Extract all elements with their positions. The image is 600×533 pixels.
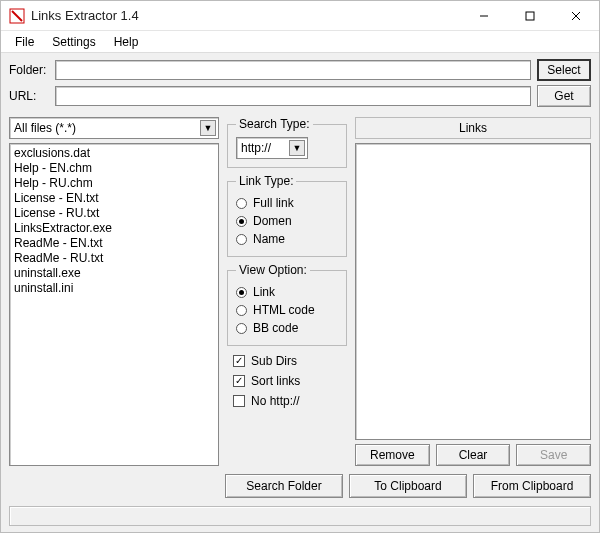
- file-list[interactable]: exclusions.datHelp - EN.chmHelp - RU.chm…: [9, 143, 219, 466]
- menu-file[interactable]: File: [7, 33, 42, 51]
- links-list[interactable]: [355, 143, 591, 440]
- app-window: Links Extractor 1.4 File Settings Help F…: [0, 0, 600, 533]
- file-filter-value: All files (*.*): [14, 121, 76, 135]
- radio-label: Full link: [253, 196, 294, 210]
- list-item[interactable]: uninstall.exe: [14, 266, 214, 281]
- titlebar: Links Extractor 1.4: [1, 1, 599, 31]
- file-filter-select[interactable]: All files (*.*) ▼: [9, 117, 219, 139]
- get-url-button[interactable]: Get: [537, 85, 591, 107]
- radio-label: Name: [253, 232, 285, 246]
- radio-label: Domen: [253, 214, 292, 228]
- checkbox-sort-links[interactable]: ✓Sort links: [233, 372, 347, 390]
- search-type-group: Search Type: http:// ▼: [227, 117, 347, 168]
- checkbox-sub-dirs[interactable]: ✓Sub Dirs: [233, 352, 347, 370]
- search-type-select[interactable]: http:// ▼: [236, 137, 308, 159]
- search-folder-button[interactable]: Search Folder: [225, 474, 343, 498]
- checkbox-no-http[interactable]: No http://: [233, 392, 347, 410]
- list-item[interactable]: License - EN.txt: [14, 191, 214, 206]
- link-type-legend: Link Type:: [236, 174, 296, 188]
- checkbox-label: Sub Dirs: [251, 354, 297, 368]
- radio-icon: [236, 287, 247, 298]
- list-item[interactable]: Help - RU.chm: [14, 176, 214, 191]
- view-option-group: View Option: LinkHTML codeBB code: [227, 263, 347, 346]
- url-label: URL:: [9, 89, 49, 103]
- list-item[interactable]: exclusions.dat: [14, 146, 214, 161]
- checkbox-icon: ✓: [233, 375, 245, 387]
- radio-option[interactable]: BB code: [236, 319, 338, 337]
- radio-option[interactable]: Full link: [236, 194, 338, 212]
- list-item[interactable]: ReadMe - EN.txt: [14, 236, 214, 251]
- from-clipboard-button[interactable]: From Clipboard: [473, 474, 591, 498]
- radio-option[interactable]: HTML code: [236, 301, 338, 319]
- checkbox-group: ✓Sub Dirs✓Sort linksNo http://: [227, 352, 347, 410]
- save-button[interactable]: Save: [516, 444, 591, 466]
- search-type-legend: Search Type:: [236, 117, 313, 131]
- search-type-value: http://: [241, 141, 271, 155]
- menubar: File Settings Help: [1, 31, 599, 53]
- minimize-button[interactable]: [461, 1, 507, 30]
- menu-help[interactable]: Help: [106, 33, 147, 51]
- list-item[interactable]: License - RU.txt: [14, 206, 214, 221]
- links-header: Links: [355, 117, 591, 139]
- radio-icon: [236, 198, 247, 209]
- status-bar: [9, 506, 591, 526]
- link-type-group: Link Type: Full linkDomenName: [227, 174, 347, 257]
- radio-icon: [236, 305, 247, 316]
- list-item[interactable]: uninstall.ini: [14, 281, 214, 296]
- radio-icon: [236, 323, 247, 334]
- radio-option[interactable]: Link: [236, 283, 338, 301]
- radio-label: BB code: [253, 321, 298, 335]
- menu-settings[interactable]: Settings: [44, 33, 103, 51]
- radio-icon: [236, 216, 247, 227]
- remove-button[interactable]: Remove: [355, 444, 430, 466]
- url-input[interactable]: [55, 86, 531, 106]
- radio-label: HTML code: [253, 303, 315, 317]
- list-item[interactable]: Help - EN.chm: [14, 161, 214, 176]
- checkbox-icon: [233, 395, 245, 407]
- maximize-button[interactable]: [507, 1, 553, 30]
- close-button[interactable]: [553, 1, 599, 30]
- svg-rect-3: [526, 12, 534, 20]
- clear-button[interactable]: Clear: [436, 444, 511, 466]
- app-icon: [9, 8, 25, 24]
- radio-icon: [236, 234, 247, 245]
- radio-option[interactable]: Name: [236, 230, 338, 248]
- checkbox-icon: ✓: [233, 355, 245, 367]
- folder-label: Folder:: [9, 63, 49, 77]
- radio-option[interactable]: Domen: [236, 212, 338, 230]
- select-folder-button[interactable]: Select: [537, 59, 591, 81]
- radio-label: Link: [253, 285, 275, 299]
- client-area: Folder: Select URL: Get All files (*.*) …: [1, 53, 599, 532]
- folder-input[interactable]: [55, 60, 531, 80]
- chevron-down-icon: ▼: [200, 120, 216, 136]
- checkbox-label: No http://: [251, 394, 300, 408]
- list-item[interactable]: LinksExtractor.exe: [14, 221, 214, 236]
- window-title: Links Extractor 1.4: [31, 8, 461, 23]
- checkbox-label: Sort links: [251, 374, 300, 388]
- to-clipboard-button[interactable]: To Clipboard: [349, 474, 467, 498]
- list-item[interactable]: ReadMe - RU.txt: [14, 251, 214, 266]
- chevron-down-icon: ▼: [289, 140, 305, 156]
- view-option-legend: View Option:: [236, 263, 310, 277]
